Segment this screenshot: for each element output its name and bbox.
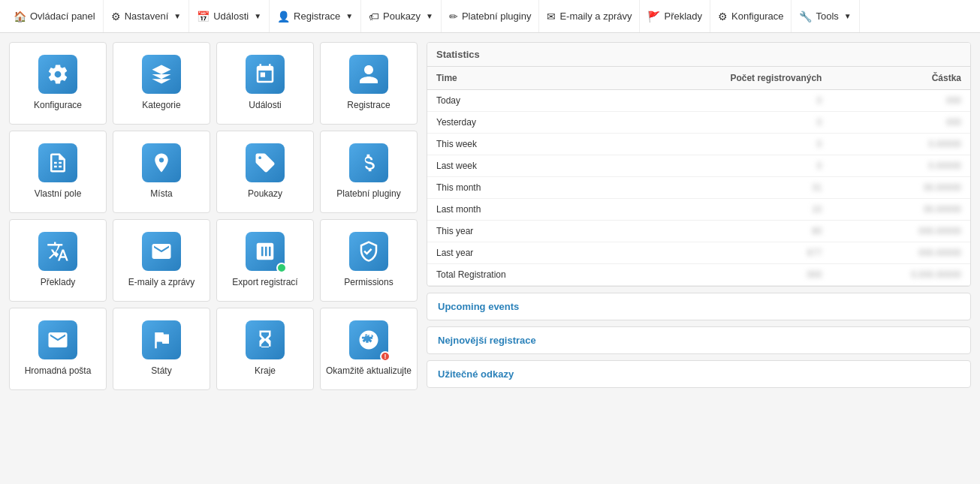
preklady-icon-wrap	[38, 232, 77, 271]
tile-okamzite[interactable]: ! Okamžitě aktualizujte	[320, 308, 418, 390]
nav-platebni-pluginy[interactable]: ✏ Platební pluginy	[442, 0, 540, 32]
statistics-header: Statistics	[427, 43, 970, 67]
cell-count: 0	[607, 90, 831, 112]
tile-staty[interactable]: Státy	[113, 308, 210, 390]
uzitecne-odkazy-header[interactable]: Užitečné odkazy	[427, 361, 970, 387]
hromadna-icon-wrap	[38, 320, 77, 359]
right-panel: Statistics Time Počet registrovaných Čás…	[427, 42, 971, 475]
top-navigation: 🏠 Ovládací panel ⚙ Nastavení ▼ 📅 Událost…	[0, 0, 980, 33]
tile-emaily[interactable]: E-maily a zprávy	[113, 219, 210, 302]
person-tile-icon	[357, 63, 380, 86]
udalosti-icon-wrap	[246, 55, 285, 94]
tile-registrace[interactable]: Registrace	[320, 42, 418, 125]
nejnovejsi-registrace-header[interactable]: Nejnovější registrace	[427, 327, 970, 353]
table-row: This month 31 00.00000	[427, 177, 970, 199]
cell-amount: 000.00000	[831, 221, 970, 242]
nejnovejsi-registrace-section: Nejnovější registrace	[427, 326, 971, 354]
tile-konfigurace[interactable]: Konfigurace	[9, 42, 107, 125]
konfigurace-icon-wrap	[38, 55, 77, 94]
calendar-icon: 📅	[197, 11, 210, 23]
tile-kraje[interactable]: Kraje	[216, 308, 314, 390]
nav-registrace[interactable]: 👤 Registrace ▼	[270, 0, 361, 32]
home-icon: 🏠	[14, 11, 26, 23]
gear-icon: ⚙	[718, 11, 728, 23]
tile-platebni-pluginy[interactable]: Platební pluginy	[320, 131, 418, 213]
tag-tile-icon	[254, 152, 276, 174]
chevron-down-icon: ▼	[426, 12, 433, 20]
cell-time: Total Registration	[427, 264, 607, 286]
nav-nastaveni[interactable]: ⚙ Nastavení ▼	[104, 0, 189, 32]
col-count: Počet registrovaných	[607, 67, 831, 90]
cell-count: 31	[607, 177, 831, 199]
doc-icon	[47, 152, 69, 174]
icon-grid: Konfigurace Kategorie Události Registrac…	[9, 42, 418, 475]
nav-poukazy[interactable]: 🏷 Poukazy ▼	[361, 0, 442, 32]
registrace-icon-wrap	[349, 55, 388, 94]
wrench-icon: 🔧	[799, 11, 812, 23]
kraje-icon-wrap	[246, 320, 285, 359]
permissions-icon	[357, 240, 380, 263]
chevron-down-icon: ▼	[844, 12, 852, 20]
tile-permissions[interactable]: Permissions	[320, 219, 418, 302]
cell-count: 000	[607, 264, 831, 286]
tile-mista[interactable]: Místa	[113, 131, 210, 213]
statistics-box: Statistics Time Počet registrovaných Čás…	[427, 42, 971, 287]
person-icon: 👤	[277, 11, 290, 23]
col-amount: Částka	[831, 67, 970, 90]
kategorie-icon-wrap	[142, 55, 181, 94]
table-row: Last week 0 0.00000	[427, 155, 970, 177]
cell-count: 0	[607, 112, 831, 134]
tile-kategorie[interactable]: Kategorie	[113, 42, 210, 125]
nav-emaily[interactable]: ✉ E-maily a zprávy	[539, 0, 640, 32]
cell-amount: 00.00000	[831, 177, 970, 199]
tile-preklady[interactable]: Překlady	[9, 219, 107, 302]
nav-preklady[interactable]: 🚩 Překlady	[640, 0, 710, 32]
tile-vlastni-pole[interactable]: Vlastní pole	[9, 131, 107, 213]
cell-amount: 00.00000	[831, 199, 970, 221]
dollar-icon	[357, 152, 380, 174]
upcoming-events-header[interactable]: Upcoming events	[427, 293, 970, 320]
statistics-table: Time Počet registrovaných Částka Today 0…	[427, 67, 970, 286]
staty-icon-wrap	[142, 320, 181, 359]
csv-icon	[254, 240, 276, 263]
cell-amount: 000.00000	[831, 242, 970, 264]
email-icon: ✉	[547, 11, 556, 23]
flag-icon: 🚩	[647, 11, 660, 23]
konfigurace-icon	[47, 63, 69, 86]
mista-icon-wrap	[142, 143, 181, 182]
flag-tile-icon	[150, 329, 173, 351]
tile-export-registraci[interactable]: Export registrací	[216, 219, 314, 302]
nav-tools[interactable]: 🔧 Tools ▼	[792, 0, 859, 32]
cell-count: 0	[607, 134, 831, 155]
upcoming-events-section: Upcoming events	[427, 293, 971, 320]
email-tile-icon	[150, 240, 173, 263]
envelope-icon	[47, 329, 69, 351]
emaily-icon-wrap	[142, 232, 181, 271]
joomla-icon	[357, 329, 380, 351]
chevron-down-icon: ▼	[173, 12, 181, 20]
nav-konfigurace[interactable]: ⚙ Konfigurace	[710, 0, 792, 32]
cell-amount: 0.00000	[831, 155, 970, 177]
cell-amount: 000	[831, 90, 970, 112]
tile-poukazy[interactable]: Poukazy	[216, 131, 314, 213]
tile-hromadna-posta[interactable]: Hromadná pošta	[9, 308, 107, 390]
nav-udalosti[interactable]: 📅 Události ▼	[189, 0, 270, 32]
cell-amount: 0,000.00000	[831, 264, 970, 286]
table-row: Last year 677 000.00000	[427, 242, 970, 264]
table-row: Last month 10 00.00000	[427, 199, 970, 221]
okamzite-icon-wrap: !	[349, 320, 388, 359]
table-row: This year 80 000.00000	[427, 221, 970, 242]
table-row: This week 0 0.00000	[427, 134, 970, 155]
location-icon	[150, 152, 173, 174]
cell-time: Yesterday	[427, 112, 607, 134]
table-row: Today 0 000	[427, 90, 970, 112]
nav-ovladaci-panel[interactable]: 🏠 Ovládací panel	[6, 0, 104, 32]
table-row: Total Registration 000 0,000.00000	[427, 264, 970, 286]
vlastni-pole-icon-wrap	[38, 143, 77, 182]
tile-udalosti[interactable]: Události	[216, 42, 314, 125]
cell-time: This month	[427, 177, 607, 199]
cell-count: 10	[607, 199, 831, 221]
chevron-down-icon: ▼	[254, 12, 261, 20]
plugin-icon: ✏	[449, 11, 458, 23]
col-time: Time	[427, 67, 607, 90]
